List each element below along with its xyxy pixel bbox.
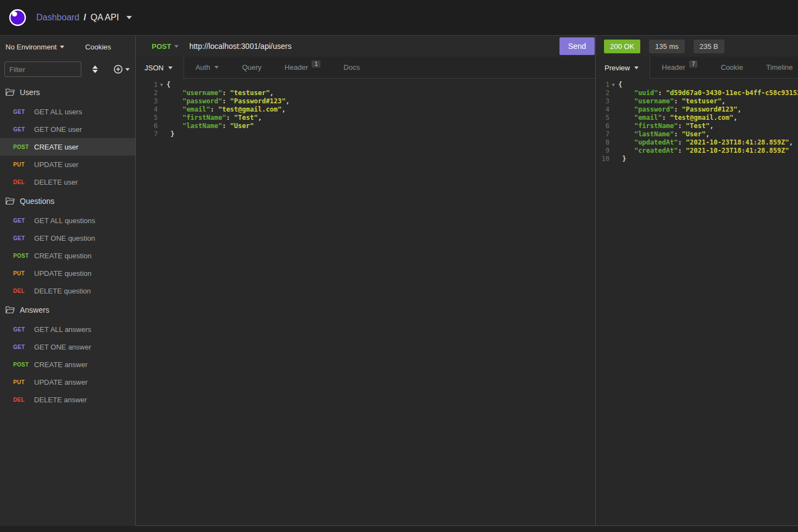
collection-name: Questions [20,197,54,206]
token-punct: : [678,122,685,130]
collection-name: Users [20,88,40,97]
line-number: 4 [596,106,609,114]
token-key: "uuid" [634,89,658,97]
send-button[interactable]: Send [559,37,595,55]
response-tab-timeline[interactable]: Timeline [755,57,798,78]
token-punct [618,89,634,97]
code-text: "username": "testuser", [617,97,725,106]
request-list-item[interactable]: GETGET ALL questions [0,212,135,229]
request-name-label: DELETE answer [34,396,87,404]
response-tab-header[interactable]: Header7 [650,57,709,78]
request-list-item[interactable]: PUTUPDATE answer [0,373,135,391]
filter-row [0,58,135,81]
token-key: "firstName" [634,122,678,130]
token-val: "2021-10-23T18:41:28.859Z" [686,147,789,154]
response-body-viewer[interactable]: 1▼{2 "uuid": "d59d67a0-3430-11ec-b4ff-c5… [596,79,798,525]
folder-open-icon [5,306,15,314]
request-method-label: GET [13,218,33,224]
token-punct: : [222,97,230,105]
request-method-label: GET [13,109,33,115]
fold-gutter [609,106,617,114]
collection-folder[interactable]: Questions [0,191,135,212]
request-list-item[interactable]: PUTUPDATE question [0,264,135,282]
tab-label: Preview [605,64,630,72]
editor-line: 3 "password": "Password#123", [136,97,595,106]
request-list-item[interactable]: GETGET ONE user [0,120,135,138]
token-punct: , [282,106,286,113]
line-number: 7 [596,130,609,138]
line-number: 3 [136,97,158,106]
response-tab-cookie[interactable]: Cookie [709,57,754,78]
request-list-item[interactable]: POSTCREATE question [0,247,135,264]
url-input[interactable]: http://localhost:3001/api/users [189,42,291,51]
request-tab-json[interactable]: JSON [136,57,184,79]
request-list-item[interactable]: PUTUPDATE user [0,156,135,173]
project-dropdown-caret-icon[interactable] [126,16,132,19]
environment-selector[interactable]: No Environment [5,43,64,51]
collection-folder[interactable]: Users [0,82,135,103]
request-name-label: DELETE user [34,178,77,186]
editor-line: 9 "createdAt": "2021-10-23T18:41:28.859Z… [596,147,798,155]
plus-circle-icon [114,65,123,74]
token-punct: : [662,114,669,121]
token-val: "d59d67a0-3430-11ec-b4ff-c58c931528aa" [666,89,798,97]
request-list-item[interactable]: GETGET ALL answers [0,320,135,338]
line-number: 9 [596,147,609,155]
request-list-item[interactable]: POSTCREATE answer [0,356,135,373]
code-text: } [165,130,174,138]
token-punct: : [658,89,666,97]
code-text: "email": "test@gmail.com", [165,106,286,114]
request-name-label: GET ONE user [34,125,82,134]
response-tab-preview[interactable]: Preview [596,57,650,79]
request-list-item[interactable]: POSTCREATE user [0,138,135,156]
request-name-label: GET ONE question [34,234,95,242]
token-punct [167,89,182,97]
token-punct: : [210,106,218,113]
token-punct: , [706,130,710,138]
request-method-label: DEL [13,288,33,294]
fold-gutter [609,122,617,130]
request-list-item[interactable]: GETGET ALL users [0,103,135,120]
request-tab-docs[interactable]: Docs [332,57,372,78]
collection-folder[interactable]: Answers [0,300,135,320]
sort-icon[interactable] [92,65,98,73]
editor-line: 10 } [596,155,798,163]
filter-input[interactable] [4,62,81,77]
editor-line: 5 "email": "test@gmail.com", [596,114,798,122]
token-punct: , [738,106,741,113]
token-punct: { [167,81,170,88]
breadcrumb-project[interactable]: QA API [91,13,119,23]
response-tab-bar: PreviewHeader7CookieTimeline [596,57,798,79]
request-method-label: GET [13,126,33,132]
line-number: 6 [596,122,609,130]
request-tab-header[interactable]: Header1 [273,57,332,78]
request-tab-query[interactable]: Query [230,57,273,78]
breadcrumb-dashboard-link[interactable]: Dashboard [36,13,79,23]
method-selector[interactable]: POST [152,42,179,51]
request-name-label: UPDATE question [34,269,92,278]
editor-line: 8 "updatedAt": "2021-10-23T18:41:28.859Z… [596,138,798,147]
fold-gutter [158,97,165,106]
request-body-editor[interactable]: 1▼{2 "username": "testuser",3 "password"… [136,79,595,525]
fold-gutter [158,114,165,122]
code-text: "username": "testuser", [165,89,274,97]
editor-line: 2 "uuid": "d59d67a0-3430-11ec-b4ff-c58c9… [596,89,798,97]
request-tab-auth[interactable]: Auth [184,57,231,78]
fold-caret-icon: ▼ [158,81,165,89]
app-logo-icon[interactable] [9,9,26,26]
code-text: "password": "Password#123", [617,106,741,114]
add-collection-button[interactable] [114,65,130,74]
request-list-item[interactable]: DELDELETE user [0,173,135,191]
request-list-item[interactable]: DELDELETE question [0,282,135,300]
token-key: "createdAt" [634,147,678,154]
request-method-label: GET [13,344,33,350]
request-list-item[interactable]: GETGET ONE answer [0,338,135,356]
cookies-button[interactable]: Cookies [85,43,111,51]
tab-label: Docs [343,63,360,71]
code-text: "email": "test@gmail.com", [617,114,738,122]
request-list-item[interactable]: DELDELETE answer [0,391,135,408]
line-number: 10 [596,155,609,163]
request-list-item[interactable]: GETGET ONE question [0,229,135,247]
token-val: "Test" [234,114,258,121]
breadcrumb-separator: / [84,13,86,23]
